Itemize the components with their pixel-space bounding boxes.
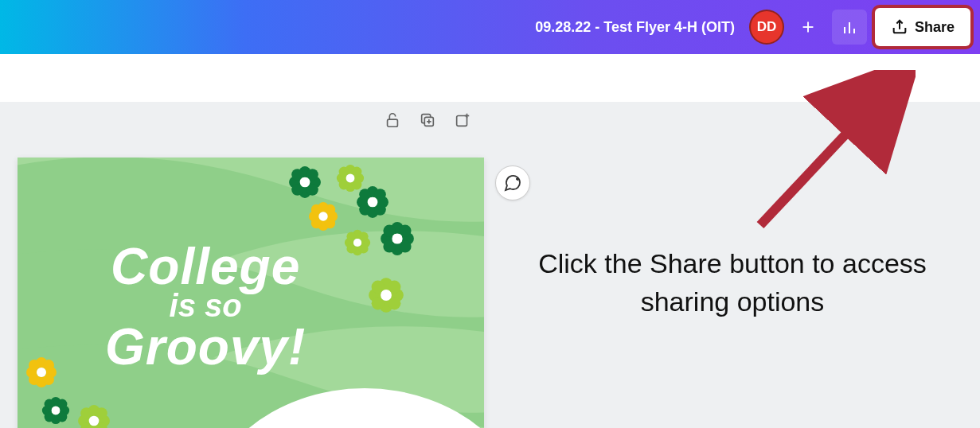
svg-point-75 — [381, 290, 392, 301]
headline-line-3: Groovy! — [105, 317, 306, 376]
flower-icon — [356, 185, 389, 219]
add-comment-button[interactable] — [495, 165, 530, 200]
svg-rect-10 — [457, 116, 467, 126]
instruction-text: Click the Share button to access sharing… — [510, 245, 955, 321]
svg-point-57 — [353, 239, 361, 247]
flower-icon — [288, 165, 322, 199]
svg-point-39 — [318, 212, 327, 220]
analytics-button[interactable] — [832, 10, 867, 45]
canvas-area: College is so Groovy! Click the Share bu… — [0, 102, 980, 428]
document-title: 09.28.22 - Test Flyer 4-H (OIT) — [535, 19, 735, 36]
flower-icon — [380, 221, 415, 256]
svg-line-105 — [760, 94, 884, 225]
headline-line-1: College — [105, 237, 306, 296]
add-member-button[interactable] — [792, 11, 824, 43]
share-button-label: Share — [915, 19, 955, 36]
svg-point-48 — [368, 197, 378, 208]
flower-icon — [368, 277, 404, 313]
comment-plus-icon — [503, 173, 522, 193]
app-header: 09.28.22 - Test Flyer 4-H (OIT) DD Share — [0, 0, 980, 54]
page-actions — [384, 111, 471, 129]
design-headline: College is so Groovy! — [105, 237, 306, 376]
add-page-icon[interactable] — [454, 111, 471, 129]
lock-icon[interactable] — [384, 111, 401, 129]
svg-point-84 — [37, 368, 46, 377]
svg-point-93 — [52, 407, 61, 415]
svg-point-30 — [346, 174, 355, 183]
svg-point-66 — [392, 233, 402, 243]
flower-icon — [344, 229, 371, 256]
svg-point-21 — [300, 177, 310, 188]
svg-rect-6 — [388, 119, 398, 126]
toolbar-strip — [0, 54, 980, 102]
user-avatar[interactable]: DD — [749, 10, 784, 45]
share-button[interactable]: Share — [875, 8, 970, 46]
design-canvas[interactable]: College is so Groovy! — [18, 158, 484, 428]
flower-icon — [25, 356, 57, 388]
svg-point-102 — [89, 416, 100, 426]
flower-icon — [308, 201, 338, 232]
bar-chart-icon — [840, 18, 859, 37]
share-upload-icon — [891, 18, 908, 36]
plus-icon — [799, 18, 817, 36]
flower-icon — [77, 404, 111, 428]
flower-icon — [41, 396, 70, 425]
duplicate-icon[interactable] — [419, 111, 436, 129]
